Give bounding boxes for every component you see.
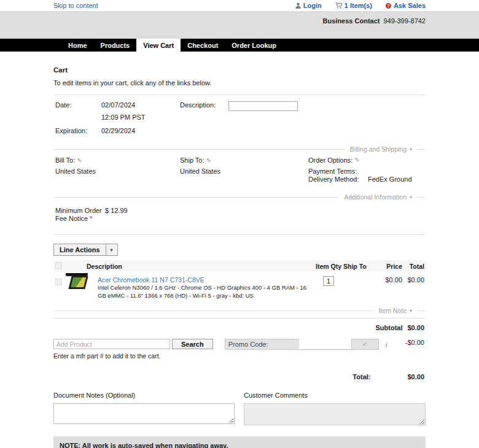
delivery-method-label: Delivery Method:	[308, 176, 360, 183]
promo-code-input[interactable]	[299, 339, 351, 350]
item-note-section-header: Item Note▾	[53, 307, 426, 314]
minimum-order-label: Minimum Order Fee Notice	[55, 207, 102, 222]
question-icon: ?	[386, 3, 391, 9]
required-asterisk: *	[90, 215, 92, 222]
payment-terms-label: Payment Terms:	[308, 168, 360, 175]
info-icon[interactable]: i	[385, 341, 387, 348]
col-total: Total	[402, 263, 426, 270]
item-qty-input[interactable]	[323, 276, 334, 286]
line-actions-button[interactable]: Line Actions	[53, 244, 106, 256]
ask-sales-link[interactable]: ? Ask Sales	[386, 2, 426, 9]
payment-terms-value	[360, 168, 368, 175]
nav-tab-home[interactable]: Home	[61, 39, 94, 52]
divider	[53, 234, 426, 235]
items-table-header: Description Item Qty Ship To Price Total	[53, 260, 426, 272]
business-contact-label: Business Contact	[323, 17, 380, 25]
date-label: Date:	[55, 101, 101, 111]
ship-to-label: Ship To:	[180, 156, 204, 164]
top-utility-bar: Skip to content Login 1 Item(s) ? Ask Sa…	[53, 0, 426, 10]
promo-discount-value: -$0.00	[405, 339, 426, 346]
select-all-checkbox[interactable]	[55, 262, 62, 269]
auto-save-note: NOTE: All work is auto-saved when naviga…	[53, 436, 426, 448]
expiration-value: 02/29/2024	[101, 127, 180, 134]
item-checkbox[interactable]	[55, 279, 62, 285]
minimum-order-value: $ 12.99	[103, 207, 128, 223]
item-total: $0.00	[402, 276, 426, 284]
billing-shipping-section-header: Billing and Shipping▾	[53, 145, 426, 153]
nav-tab-order-lookup[interactable]: Order Lookup	[225, 39, 283, 52]
chevron-down-icon: ▾	[410, 195, 412, 200]
description-label: Description:	[180, 101, 228, 111]
cart-item-row: Acer Chromebook 11 N7 C731-C8VE Intel Ce…	[53, 272, 426, 303]
delivery-method-value: FedEx Ground	[360, 176, 412, 183]
business-contact-phone: 949-399-8742	[383, 17, 426, 25]
chevron-down-icon: ▾	[410, 147, 412, 152]
cart-count-link[interactable]: 1 Item(s)	[335, 2, 372, 9]
ship-to-value: United States	[180, 168, 308, 175]
edit-order-options-icon[interactable]: ✎	[354, 156, 359, 164]
login-link[interactable]: Login	[295, 2, 322, 9]
col-description: Description	[66, 263, 314, 270]
description-input[interactable]	[228, 101, 298, 111]
document-notes-label: Document Notes (Optional)	[53, 392, 235, 399]
total-value: $0.00	[407, 373, 424, 380]
add-product-input[interactable]	[53, 339, 170, 349]
document-notes-textarea[interactable]	[53, 403, 235, 424]
item-price: $0.00	[370, 276, 402, 284]
nav-tab-checkout[interactable]: Checkout	[181, 39, 225, 52]
total-label: Total:	[352, 373, 370, 380]
chevron-icon: ▾	[410, 308, 412, 314]
promo-code-group: Promo Code:	[225, 339, 352, 350]
col-price: Price	[370, 263, 402, 270]
subtotal-label: Subtotal	[375, 324, 402, 331]
header-banner: Business Contact 949-399-8742	[0, 11, 479, 39]
product-link[interactable]: Acer Chromebook 11 N7 C731-C8VE	[98, 276, 314, 284]
nav-tab-products[interactable]: Products	[94, 39, 137, 52]
product-description: Intel Celeron N3060 / 1.6 GHz - Chrome O…	[98, 284, 306, 299]
add-product-section: Search Promo Code: ✓ i -$0.00	[53, 339, 426, 350]
customer-comments-label: Customer Comments	[244, 392, 426, 399]
time-value: 12:09 PM PST	[101, 114, 180, 121]
expiration-label: Expiration:	[55, 127, 101, 134]
page-title: Cart	[53, 66, 426, 74]
customer-comments-textarea[interactable]	[244, 403, 426, 425]
additional-info-toggle[interactable]: Additional Information▾	[339, 193, 417, 201]
nav-tab-view-cart[interactable]: View Cart	[136, 39, 181, 52]
skip-to-content-link[interactable]: Skip to content	[53, 2, 98, 9]
bill-to-label: Bill To:	[55, 156, 75, 164]
date-value: 02/07/2024	[101, 101, 180, 111]
bill-to-value: United States	[55, 168, 180, 175]
billing-shipping-section: Bill To: ✎ United States Ship To: ✎ Unit…	[53, 153, 426, 185]
subtotal-value: $0.00	[407, 324, 424, 331]
line-actions-dropdown-button[interactable]: ▾	[106, 244, 118, 256]
user-icon	[295, 2, 301, 9]
cart-meta-section: Date: 02/07/2024 Description: 12:09 PM P…	[53, 95, 426, 137]
edit-ship-to-icon[interactable]: ✎	[206, 157, 211, 164]
add-product-hint: Enter a mfr part # to add it to the cart…	[53, 352, 426, 360]
apply-promo-button[interactable]: ✓	[352, 339, 379, 350]
search-button[interactable]: Search	[172, 339, 213, 349]
order-options-label: Order Options:	[308, 156, 352, 164]
billing-shipping-toggle[interactable]: Billing and Shipping▾	[345, 145, 417, 153]
item-note-toggle[interactable]: Item Note▾	[373, 307, 417, 314]
main-nav: Home Products View Cart Checkout Order L…	[0, 39, 479, 52]
promo-code-label: Promo Code:	[225, 341, 299, 348]
cart-icon	[335, 2, 342, 9]
additional-info-section-header: Additional Information▾	[53, 193, 426, 201]
edit-bill-to-icon[interactable]: ✎	[77, 157, 82, 164]
divider	[53, 318, 426, 319]
page-subtitle: To edit items in your cart, click any of…	[53, 79, 426, 87]
minimum-order-section: Minimum Order Fee Notice * $ 12.99	[53, 201, 426, 226]
col-item-qty: Item Qty	[314, 263, 343, 270]
col-ship-to: Ship To	[343, 263, 370, 270]
